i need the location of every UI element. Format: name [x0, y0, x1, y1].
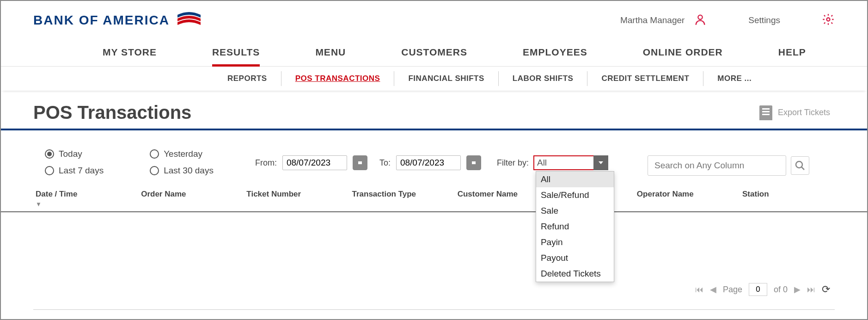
- document-icon: [759, 105, 772, 120]
- filter-option-sale[interactable]: Sale: [536, 203, 614, 219]
- page-next-button[interactable]: ▶: [794, 284, 801, 295]
- page-first-button[interactable]: ⏮: [695, 285, 703, 295]
- brand-flag-icon: [175, 10, 203, 31]
- th-transaction-type[interactable]: Transaction Type: [352, 190, 458, 208]
- brand-text: BANK OF AMERICA: [33, 13, 170, 28]
- th-station[interactable]: Station: [742, 190, 835, 208]
- nav-menu[interactable]: MENU: [315, 47, 346, 66]
- page-title: POS Transactions: [33, 102, 191, 123]
- page-of-label: of 0: [774, 285, 788, 295]
- nav-customers[interactable]: CUSTOMERS: [401, 47, 467, 66]
- nav-my-store[interactable]: MY STORE: [103, 47, 157, 66]
- nav-employees[interactable]: EMPLOYEES: [523, 47, 587, 66]
- subnav-reports[interactable]: REPORTS: [214, 71, 281, 86]
- subnav-labor-shifts[interactable]: LABOR SHIFTS: [499, 71, 588, 86]
- export-label: Export Tickets: [778, 108, 830, 117]
- pagination: ⏮ ◀ Page of 0 ▶ ⏭ ⟳: [695, 283, 830, 296]
- svg-line-3: [801, 167, 804, 170]
- radio-yesterday[interactable]: Yesterday: [150, 149, 214, 159]
- to-label: To:: [379, 158, 391, 168]
- filter-by-label: Filter by:: [497, 158, 529, 168]
- chevron-down-icon: [597, 159, 605, 166]
- user-icon[interactable]: [694, 13, 707, 28]
- svg-point-1: [827, 18, 830, 21]
- gear-icon[interactable]: [822, 13, 835, 28]
- filter-by-dropdown-button[interactable]: [593, 155, 608, 170]
- subnav-credit-settlement[interactable]: CREDIT SETTLEMENT: [587, 71, 703, 86]
- search-input[interactable]: [648, 155, 786, 176]
- to-calendar-button[interactable]: [466, 155, 481, 170]
- radio-today[interactable]: Today: [45, 149, 104, 159]
- svg-point-0: [698, 15, 703, 19]
- nav-help[interactable]: HELP: [778, 47, 806, 66]
- brand-logo: BANK OF AMERICA: [33, 10, 203, 31]
- th-operator-name[interactable]: Operator Name: [637, 190, 742, 208]
- filter-option-refund[interactable]: Refund: [536, 219, 614, 234]
- sort-desc-icon: ▼: [36, 201, 141, 208]
- radio-last-7-days[interactable]: Last 7 days: [45, 166, 104, 176]
- page-label: Page: [723, 285, 742, 295]
- nav-online-order[interactable]: ONLINE ORDER: [643, 47, 723, 66]
- subnav-more[interactable]: MORE ...: [703, 71, 765, 86]
- filter-option-sale-refund[interactable]: Sale/Refund: [536, 187, 614, 203]
- filter-option-deleted-tickets[interactable]: Deleted Tickets: [536, 266, 614, 282]
- to-date-input[interactable]: [396, 155, 461, 170]
- from-calendar-button[interactable]: [353, 155, 367, 170]
- sub-nav: REPORTS POS TRANSACTIONS FINANCIAL SHIFT…: [1, 67, 867, 91]
- th-ticket-number[interactable]: Ticket Number: [246, 190, 352, 208]
- filter-option-payout[interactable]: Payout: [536, 250, 614, 266]
- svg-point-2: [796, 161, 802, 168]
- settings-link[interactable]: Settings: [748, 15, 780, 25]
- th-order-name[interactable]: Order Name: [141, 190, 246, 208]
- filter-by-input[interactable]: [533, 155, 593, 170]
- nav-results[interactable]: RESULTS: [212, 47, 260, 67]
- export-tickets-button[interactable]: Export Tickets: [759, 105, 830, 120]
- current-user[interactable]: Martha Manager: [620, 15, 685, 25]
- th-date-time[interactable]: Date / Time ▼: [36, 190, 141, 208]
- from-label: From:: [255, 158, 277, 168]
- subnav-financial-shifts[interactable]: FINANCIAL SHIFTS: [394, 71, 498, 86]
- table-header: Date / Time ▼ Order Name Ticket Number T…: [1, 180, 867, 212]
- divider: [33, 309, 835, 310]
- refresh-button[interactable]: ⟳: [822, 283, 830, 295]
- subnav-pos-transactions[interactable]: POS TRANSACTIONS: [281, 71, 395, 86]
- page-last-button[interactable]: ⏭: [807, 285, 815, 295]
- main-nav: MY STORE RESULTS MENU CUSTOMERS EMPLOYEE…: [1, 35, 867, 67]
- filter-by-dropdown: All Sale/Refund Sale Refund Payin Payout…: [536, 171, 614, 282]
- filter-option-payin[interactable]: Payin: [536, 234, 614, 250]
- page-prev-button[interactable]: ◀: [710, 284, 716, 295]
- search-button[interactable]: [791, 156, 809, 175]
- radio-last-30-days[interactable]: Last 30 days: [150, 166, 214, 176]
- search-icon: [795, 160, 806, 171]
- page-number-input[interactable]: [749, 283, 767, 296]
- from-date-input[interactable]: [282, 155, 347, 170]
- filter-option-all[interactable]: All: [536, 172, 614, 187]
